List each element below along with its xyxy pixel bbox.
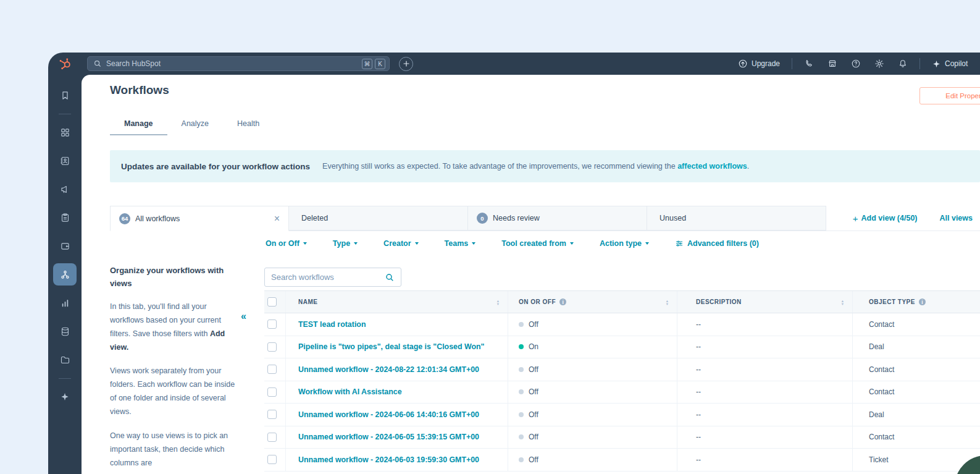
sort-icon[interactable]: ▴▾ [666, 299, 668, 305]
view-tab-all-workflows[interactable]: 64 All workflows × [110, 206, 289, 231]
affected-workflows-link[interactable]: affected workflows [677, 162, 747, 171]
add-view-button[interactable]: + Add view (4/50) [853, 213, 918, 224]
select-all-checkbox[interactable] [267, 297, 277, 307]
status-label: Off [529, 410, 538, 419]
create-button[interactable] [399, 57, 413, 71]
update-banner: Updates are available for your workflow … [110, 150, 980, 182]
object-type-cell: Contact [852, 381, 980, 404]
column-header-name[interactable]: NAME ▴▾ [285, 291, 508, 313]
edit-properties-button[interactable]: Edit Properties [919, 87, 980, 104]
row-checkbox[interactable] [267, 365, 277, 374]
workflow-name-link[interactable]: Unnamed workflow - 2024-06-05 15:39:15 G… [298, 433, 479, 441]
workflow-name-cell: Workflow with AI Assistance [285, 381, 508, 404]
row-checkbox[interactable] [267, 387, 277, 397]
search-input[interactable] [106, 59, 359, 68]
copilot-button[interactable]: Copilot [925, 59, 980, 69]
sidebar-item-crm[interactable] [48, 146, 82, 175]
settings-button[interactable] [868, 59, 891, 69]
table-row: Pipeline is "two pipes", deal stage is "… [264, 336, 980, 359]
sort-icon[interactable]: ▴▾ [842, 299, 844, 305]
description-value: -- [696, 342, 701, 351]
workflow-name-link[interactable]: Unnamed workflow - 2024-06-03 19:59:30 G… [298, 455, 479, 464]
sidebar-item-workspaces[interactable] [48, 118, 82, 146]
info-icon[interactable]: i [559, 298, 566, 305]
view-tab-deleted[interactable]: Deleted [289, 206, 468, 231]
filter-tool-created-from[interactable]: Tool created from [501, 239, 574, 248]
global-search[interactable]: ⌘ K [87, 56, 390, 71]
sidebar-item-commerce[interactable] [48, 232, 82, 260]
workflow-name-link[interactable]: Unnamed workflow - 2024-08-22 12:01:34 G… [298, 365, 479, 374]
filter-type[interactable]: Type [333, 239, 358, 248]
upgrade-button[interactable]: Upgrade [731, 59, 787, 69]
tab-manage[interactable]: Manage [110, 113, 167, 135]
workflow-icon [60, 269, 70, 280]
panel-paragraph-1: In this tab, you'll find all your workfl… [110, 300, 241, 355]
view-tab-label: Unused [660, 214, 686, 222]
table-row: Unnamed workflow - 2024-08-22 12:01:34 G… [264, 358, 980, 381]
column-label: OBJECT TYPE [869, 298, 915, 305]
view-tab-unused[interactable]: Unused [647, 206, 826, 231]
workflow-search-input[interactable] [271, 273, 385, 282]
row-checkbox[interactable] [267, 320, 277, 329]
table-header-row: NAME ▴▾ ON OR OFF i ▴▾ DESCRIPTION ▴▾ OB… [264, 290, 980, 313]
automations-active-tile [53, 263, 77, 286]
info-icon[interactable]: i [919, 298, 926, 305]
all-views-link[interactable]: All views [940, 214, 973, 222]
sidebar-item-marketing[interactable] [48, 175, 82, 203]
workflow-name-link[interactable]: Pipeline is "two pipes", deal stage is "… [298, 342, 484, 351]
chevron-down-icon [472, 242, 475, 245]
notifications-button[interactable] [891, 59, 915, 69]
megaphone-icon [60, 184, 70, 195]
marketplace-icon [827, 59, 837, 69]
filter-creator[interactable]: Creator [383, 239, 418, 248]
sidebar-item-data[interactable] [48, 317, 82, 345]
workflow-name-link[interactable]: TEST lead rotation [298, 320, 366, 329]
sidebar-item-content[interactable] [48, 203, 82, 232]
workflow-name-link[interactable]: Workflow with AI Assistance [298, 387, 402, 396]
row-checkbox[interactable] [267, 342, 277, 352]
hubspot-logo-icon[interactable] [59, 57, 75, 70]
workflow-search-box[interactable] [264, 268, 401, 287]
row-checkbox[interactable] [267, 433, 277, 442]
view-tab-label: All workflows [135, 214, 180, 223]
filter-bar: On or Off Type Creator Teams Tool create… [266, 239, 759, 248]
select-all-cell [264, 291, 285, 313]
filter-teams[interactable]: Teams [445, 239, 476, 248]
main-content: Workflows Edit Properties Manage Analyze… [82, 75, 980, 474]
row-checkbox[interactable] [267, 455, 277, 464]
sidebar-item-bookmarks[interactable] [48, 81, 82, 109]
filter-action-type[interactable]: Action type [600, 239, 649, 248]
sidebar-item-reporting[interactable] [48, 289, 82, 317]
marketplace-button[interactable] [821, 59, 844, 69]
shortcut-cmd-key: ⌘ [362, 59, 372, 69]
help-button[interactable] [844, 59, 868, 69]
close-icon[interactable]: × [274, 214, 280, 224]
panel-paragraph-text: In this tab, you'll find all your workfl… [110, 302, 221, 338]
column-label: ON OR OFF [519, 298, 556, 305]
workflow-name-link[interactable]: Unnamed workflow - 2024-06-06 14:40:16 G… [298, 410, 479, 419]
description-value: -- [696, 433, 701, 441]
banner-title: Updates are available for your workflow … [121, 162, 310, 171]
column-header-on-or-off[interactable]: ON OR OFF i ▴▾ [508, 291, 677, 313]
sidebar-item-copilot[interactable] [48, 383, 82, 411]
calling-button[interactable] [797, 59, 821, 69]
upgrade-label: Upgrade [752, 59, 780, 68]
description-value: -- [696, 320, 701, 329]
view-tab-label: Deleted [301, 214, 328, 222]
collapse-panel-icon[interactable]: « [241, 311, 246, 322]
sidebar-item-files[interactable] [48, 345, 82, 374]
sort-icon[interactable]: ▴▾ [497, 299, 499, 305]
row-checkbox[interactable] [267, 410, 277, 419]
tab-health[interactable]: Health [223, 113, 274, 135]
sidebar-item-automations[interactable] [48, 260, 82, 289]
tab-analyze[interactable]: Analyze [167, 113, 223, 135]
view-tab-needs-review[interactable]: 0 Needs review [468, 206, 647, 231]
workflow-name-cell: Unnamed workflow - 2024-06-05 15:39:15 G… [285, 426, 508, 449]
advanced-filters-button[interactable]: Advanced filters (0) [675, 239, 759, 248]
column-header-description[interactable]: DESCRIPTION ▴▾ [677, 291, 852, 313]
column-header-object-type[interactable]: OBJECT TYPE i [852, 291, 980, 313]
filter-on-or-off[interactable]: On or Off [266, 239, 307, 248]
view-tabs-bar: 64 All workflows × Deleted 0 Needs revie… [110, 206, 980, 231]
object-type-cell: Contact [852, 426, 980, 449]
workflow-name-cell: Pipeline is "two pipes", deal stage is "… [285, 336, 508, 358]
